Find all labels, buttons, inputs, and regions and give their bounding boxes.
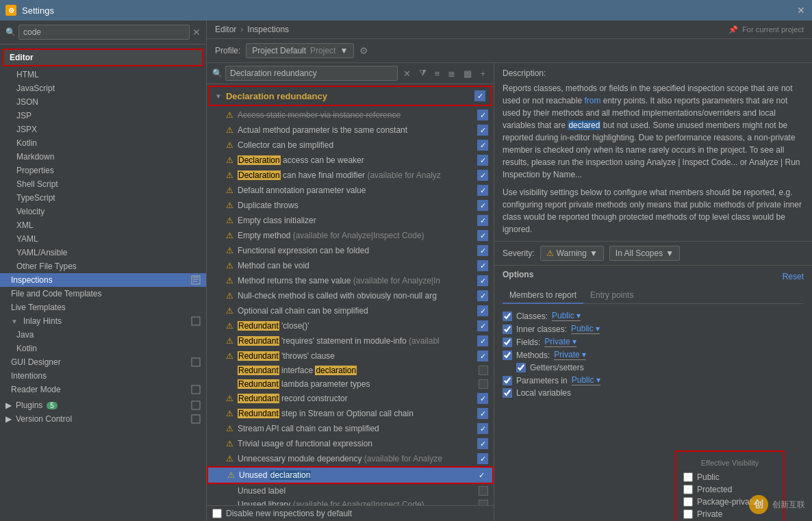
- item-checkbox[interactable]: ✓: [477, 260, 488, 271]
- reset-link[interactable]: Reset: [783, 272, 804, 281]
- visibility-packageprivate-checkbox[interactable]: [683, 497, 693, 507]
- inspection-item-stream-api[interactable]: ⚠ Stream API call chain can be simplifie…: [207, 421, 494, 436]
- expand-all-button[interactable]: ≡: [432, 67, 443, 80]
- sidebar-item-jsp[interactable]: JSP: [0, 109, 206, 123]
- sidebar-item-editor[interactable]: Editor: [3, 49, 203, 66]
- inspection-item-redundant-lambda[interactable]: ⚠ Redundant lambda parameter types: [207, 377, 494, 391]
- item-checkbox[interactable]: ✓: [477, 408, 488, 419]
- item-checkbox-empty[interactable]: [479, 486, 488, 496]
- sidebar-item-guidesigner[interactable]: GUI Designer: [0, 355, 206, 369]
- item-checkbox[interactable]: ✓: [477, 170, 488, 181]
- parameters-dropdown[interactable]: Public ▾: [572, 375, 600, 385]
- scope-dropdown[interactable]: In All Scopes ▼: [609, 246, 680, 261]
- sidebar-item-markdown[interactable]: Markdown: [0, 150, 206, 164]
- item-checkbox[interactable]: ✓: [477, 200, 488, 211]
- inspection-item-unnecessary-module[interactable]: ⚠ Unnecessary module dependency (availab…: [207, 451, 494, 466]
- item-checkbox[interactable]: ✓: [477, 125, 488, 136]
- inspection-search-input[interactable]: [225, 66, 398, 81]
- sidebar-item-intentions[interactable]: Intentions: [0, 369, 206, 383]
- sidebar-item-inspections[interactable]: Inspections: [0, 273, 206, 287]
- inspection-item-empty-class[interactable]: ⚠ Empty class initializer ✓: [207, 213, 494, 228]
- inspection-item-trivial-usage[interactable]: ⚠ Trivial usage of functional expression…: [207, 436, 494, 451]
- sidebar-item-java[interactable]: Java: [0, 328, 206, 342]
- sidebar-item-yamlanssible[interactable]: YAML/Ansible: [0, 246, 206, 259]
- inspection-item-unused-library[interactable]: ⚠ Unused library (available for Analyze|…: [207, 498, 494, 505]
- inspection-item-method-returns[interactable]: ⚠ Method returns the same value (availab…: [207, 273, 494, 288]
- sidebar-item-kotlin[interactable]: Kotlin: [0, 136, 206, 150]
- inspection-item-empty-method[interactable]: ⚠ Empty method (available for Analyze|In…: [207, 228, 494, 243]
- sidebar-item-kotlin2[interactable]: Kotlin: [0, 342, 206, 355]
- inspection-item-redundant-throws[interactable]: ⚠ Redundant 'throws' clause ✓: [207, 348, 494, 364]
- tab-entry-points[interactable]: Entry points: [583, 288, 640, 303]
- local-variables-checkbox[interactable]: [503, 388, 512, 398]
- sidebar-item-velocity[interactable]: Velocity: [0, 205, 206, 218]
- visibility-public-checkbox[interactable]: [683, 472, 693, 482]
- sidebar-item-yaml[interactable]: YAML: [0, 232, 206, 246]
- sidebar-item-javascript[interactable]: JavaScript: [0, 81, 206, 95]
- profile-gear-button[interactable]: ⚙: [359, 45, 368, 56]
- inspection-item-default-annotation[interactable]: ⚠ Default annotation parameter value ✓: [207, 183, 494, 198]
- item-checkbox[interactable]: ✓: [477, 290, 488, 301]
- item-checkbox[interactable]: ✓: [477, 351, 488, 361]
- sidebar-item-otherfiletypes[interactable]: Other File Types: [0, 259, 206, 273]
- sidebar-item-inlayhints[interactable]: ▼ Inlay Hints: [0, 314, 206, 328]
- inspection-group-header[interactable]: ▼ Declaration redundancy ✓: [208, 86, 492, 106]
- filter-button[interactable]: ⧩: [416, 66, 429, 80]
- sidebar-item-fileandcodetemplates[interactable]: File and Code Templates: [0, 287, 206, 301]
- item-checkbox[interactable]: ✓: [477, 245, 488, 256]
- inspection-item-null-check[interactable]: ⚠ Null-check method is called with obvio…: [207, 288, 494, 303]
- tab-members-to-report[interactable]: Members to report: [503, 288, 583, 304]
- fields-dropdown[interactable]: Private ▾: [544, 337, 576, 347]
- classes-dropdown[interactable]: Public ▾: [552, 311, 581, 321]
- item-checkbox-empty[interactable]: [479, 366, 488, 375]
- item-checkbox[interactable]: ✓: [476, 470, 487, 481]
- inspection-item-redundant-record[interactable]: ⚠ Redundant record constructor ✓: [207, 391, 494, 406]
- item-checkbox[interactable]: ✓: [477, 438, 488, 449]
- item-checkbox[interactable]: ✓: [477, 215, 488, 226]
- visibility-private-checkbox[interactable]: [683, 509, 693, 519]
- item-checkbox[interactable]: ✓: [477, 393, 488, 404]
- inspection-item-functional-expr[interactable]: ⚠ Functional expression can be folded ✓: [207, 243, 494, 258]
- group-button[interactable]: ▦: [461, 67, 474, 80]
- item-checkbox[interactable]: ✓: [477, 335, 488, 346]
- severity-dropdown[interactable]: ⚠ Warning ▼: [540, 246, 604, 261]
- item-checkbox[interactable]: ✓: [477, 320, 488, 331]
- add-button[interactable]: +: [477, 67, 488, 80]
- inspection-item-access-static[interactable]: ⚠ Access static member via instance refe…: [207, 107, 494, 123]
- sidebar-search-clear[interactable]: ✕: [192, 27, 201, 38]
- disable-new-inspections-checkbox[interactable]: [212, 509, 222, 518]
- sidebar-search-input[interactable]: [18, 25, 190, 40]
- inspection-item-actual-method[interactable]: ⚠ Actual method parameter is the same co…: [207, 123, 494, 138]
- visibility-protected-checkbox[interactable]: [683, 485, 693, 494]
- item-checkbox[interactable]: ✓: [477, 155, 488, 166]
- inspection-item-unused-label[interactable]: ⚠ Unused label: [207, 484, 494, 498]
- sidebar-item-readermode[interactable]: Reader Mode: [0, 383, 206, 396]
- sidebar-item-properties[interactable]: Properties: [0, 164, 206, 177]
- sidebar-item-json[interactable]: JSON: [0, 95, 206, 109]
- inner-classes-checkbox[interactable]: [503, 325, 512, 334]
- methods-checkbox[interactable]: [503, 351, 512, 360]
- group-checkbox[interactable]: ✓: [474, 90, 485, 101]
- item-checkbox[interactable]: ✓: [477, 275, 488, 286]
- collapse-all-button[interactable]: ≣: [445, 67, 458, 80]
- inspection-item-redundant-requires[interactable]: ⚠ Redundant 'requires' statement in modu…: [207, 333, 494, 348]
- methods-dropdown[interactable]: Private ▾: [554, 350, 586, 360]
- inspection-item-optional-chain[interactable]: ⚠ Optional call chain can be simplified …: [207, 303, 494, 318]
- sidebar-item-jspx[interactable]: JSPX: [0, 123, 206, 136]
- sidebar-item-xml[interactable]: XML: [0, 218, 206, 232]
- profile-dropdown[interactable]: Project Default Project ▼: [246, 43, 354, 58]
- inspection-item-collector[interactable]: ⚠ Collector can be simplified ✓: [207, 138, 494, 153]
- inspection-item-redundant-interface[interactable]: ⚠ Redundant interface declaration: [207, 364, 494, 377]
- inspection-item-declaration-access[interactable]: ⚠ Declaration access can be weaker ✓: [207, 153, 494, 168]
- item-checkbox-empty[interactable]: [479, 500, 488, 505]
- item-checkbox[interactable]: ✓: [477, 230, 488, 241]
- close-button[interactable]: ✕: [796, 5, 807, 16]
- classes-checkbox[interactable]: [503, 312, 512, 321]
- parameters-checkbox[interactable]: [503, 376, 512, 385]
- inner-classes-dropdown[interactable]: Public ▾: [571, 324, 600, 334]
- sidebar-item-livetemplates[interactable]: Live Templates: [0, 301, 206, 314]
- sidebar-item-typescript[interactable]: TypeScript: [0, 191, 206, 205]
- inspection-item-redundant-step[interactable]: ⚠ Redundant step in Stream or Optional c…: [207, 406, 494, 421]
- item-checkbox-empty[interactable]: [479, 379, 488, 389]
- sidebar-item-html[interactable]: HTML: [0, 68, 206, 81]
